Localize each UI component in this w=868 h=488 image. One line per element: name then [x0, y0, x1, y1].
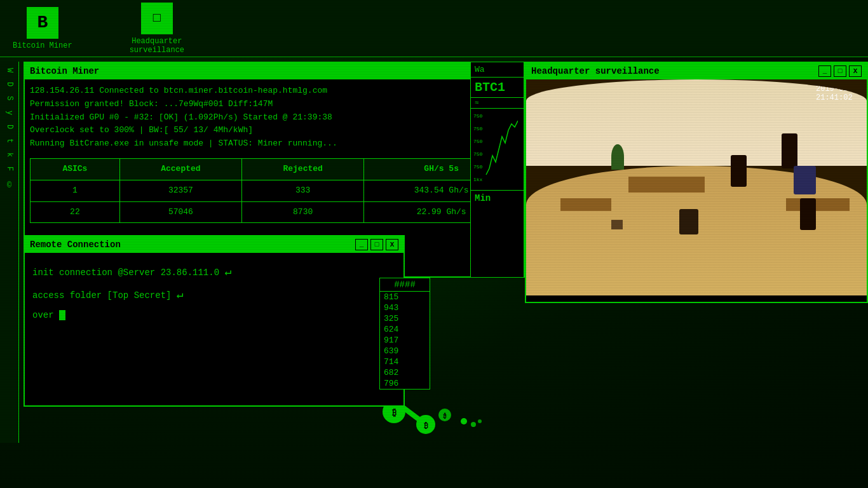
svg-text:₿: ₿ [424, 422, 428, 431]
btc-chart: 750 750 750 750 750 1kx [471, 109, 524, 190]
left-sidebar: W D S y D t k F © [0, 62, 19, 443]
hq-surveillance-title-bar: Headquarter surveillance _ □ X [526, 63, 867, 79]
timestamp-time: 21:41:02 [816, 93, 862, 102]
remote-close[interactable]: X [386, 239, 398, 250]
remote-connection-window: Remote Connection _ □ X init connection … [24, 235, 405, 407]
remote-minimize[interactable]: _ [355, 239, 368, 250]
pw-item-1: 815 [380, 292, 430, 302]
miner-col-asics: ASICs [31, 158, 120, 180]
pw-item-8: 682 [380, 367, 430, 378]
terminal-cursor [59, 310, 65, 320]
sidebar-icon-1[interactable]: W [5, 68, 14, 72]
remote-line-2: access folder [Top Secret] ↵ [32, 283, 396, 306]
miner-content: 128.154.26.11 Connected to btcn.miner.bi… [25, 79, 524, 228]
hq-minimize[interactable]: _ [818, 65, 831, 77]
miner-log-line-1: 128.154.26.11 Connected to btcn.miner.bi… [30, 85, 519, 98]
hq-surveillance-icon: □ [141, 3, 173, 34]
pw-item-3: 325 [380, 313, 430, 324]
remote-connection-title-bar: Remote Connection _ □ X [25, 236, 403, 253]
btc-approx: ≈ [471, 98, 524, 109]
desk-2 [560, 198, 611, 211]
taskbar: B Bitcoin Miner □ Headquarter surveillan… [0, 0, 868, 57]
svg-point-17 [471, 422, 476, 427]
plant-pot [611, 220, 623, 229]
btc-panel: Wa BTC1 ≈ 750 750 750 750 750 1kx Min [470, 62, 524, 278]
btc-wa-label: Wa [471, 62, 524, 78]
remote-line-3: over [32, 306, 396, 324]
row2-accepted: 57046 [119, 201, 241, 223]
btc-value: BTC1 [471, 78, 524, 98]
taskbar-bitcoin-miner[interactable]: B Bitcoin Miner [13, 7, 72, 50]
svg-text:1kx: 1kx [473, 177, 483, 182]
table-row: 1 32357 333 343.54 Gh/s [31, 180, 519, 201]
sidebar-icon-6[interactable]: t [5, 139, 14, 143]
desk-1 [628, 177, 705, 193]
sidebar-icon-5[interactable]: D [5, 125, 14, 129]
miner-log-line-2: Permission granted! Block: ...7e9Wq#001 … [30, 98, 519, 111]
taskbar-hq-surveillance[interactable]: □ Headquarter surveillance [130, 3, 184, 55]
pw-header: #### [380, 278, 430, 292]
row2-asics: 22 [31, 201, 120, 223]
sidebar-icon-3[interactable]: S [5, 96, 14, 100]
hq-surveillance-label: Headquarter surveillance [130, 37, 184, 55]
remote-line-1: init connection @Server 23.86.111.0 ↵ [32, 261, 396, 283]
svg-text:750: 750 [473, 113, 483, 119]
figure-2 [782, 133, 797, 168]
sidebar-icon-8[interactable]: F [5, 166, 14, 171]
remote-connection-controls: _ □ X [355, 239, 398, 250]
sidebar-icon-2[interactable]: D [5, 82, 14, 86]
figure-3 [800, 198, 816, 230]
bitcoin-miner-label: Bitcoin Miner [13, 41, 72, 50]
plant [611, 144, 624, 170]
row2-rejected: 8730 [242, 201, 364, 223]
camera-timestamp: 2019-01-16 21:41:02 [816, 85, 862, 102]
svg-text:750: 750 [473, 126, 483, 132]
sidebar-icon-7[interactable]: k [5, 152, 14, 157]
svg-text:750: 750 [473, 139, 483, 144]
chair [794, 166, 816, 194]
figure-1 [731, 155, 747, 187]
bitcoin-miner-icon: B [27, 7, 58, 39]
hq-close[interactable]: X [849, 65, 862, 77]
svg-point-18 [478, 419, 482, 423]
figure-lying [679, 209, 698, 234]
sidebar-icon-4[interactable]: y [5, 111, 14, 115]
svg-text:750: 750 [473, 151, 483, 157]
pw-item-9: 796 [380, 378, 430, 389]
miner-log-line-5: Running BitCrane.exe in unsafe mode | ST… [30, 137, 519, 151]
svg-text:₿: ₿ [392, 408, 397, 418]
row1-asics: 1 [31, 180, 120, 201]
pw-item-5: 917 [380, 335, 430, 346]
remote-connection-title: Remote Connection [30, 240, 121, 250]
hq-surveillance-controls: _ □ X [818, 65, 862, 77]
miner-table: ASICs Accepted Rejected GH/s 5s 1 32357 … [30, 158, 519, 223]
enter-icon-2: ↵ [177, 288, 184, 301]
miner-col-rejected: Rejected [242, 158, 364, 180]
bitcoin-miner-title-bar: Bitcoin Miner _ □ X [25, 63, 524, 79]
password-panel: #### 815 943 325 624 917 639 714 682 796 [379, 278, 430, 390]
pw-item-4: 624 [380, 324, 430, 335]
desk-3 [786, 198, 850, 211]
sidebar-icon-9[interactable]: © [5, 181, 14, 190]
hq-maximize[interactable]: □ [834, 65, 846, 77]
remote-content: init connection @Server 23.86.111.0 ↵ ac… [25, 253, 403, 332]
row1-rejected: 333 [242, 180, 364, 201]
svg-point-16 [461, 418, 467, 424]
miner-log: 128.154.26.11 Connected to btcn.miner.bi… [30, 85, 519, 151]
pw-item-6: 639 [380, 346, 430, 356]
remote-maximize[interactable]: □ [370, 239, 383, 250]
timestamp-date: 2019-01-16 [816, 85, 862, 93]
min-label: Min [471, 190, 524, 206]
pw-item-7: 714 [380, 356, 430, 367]
hq-surveillance-window: Headquarter surveillance _ □ X [525, 62, 868, 303]
enter-icon-1: ↵ [224, 266, 231, 278]
table-row: 22 57046 8730 22.99 Gh/s [31, 201, 519, 223]
hq-surveillance-title: Headquarter surveillance [531, 66, 660, 76]
pw-item-2: 943 [380, 302, 430, 313]
svg-text:750: 750 [473, 164, 483, 170]
row1-accepted: 32357 [119, 180, 241, 201]
miner-log-line-4: Overclock set to 300% | BW:[ 55/ 13/ 4Mh… [30, 124, 519, 137]
bitcoin-miner-title: Bitcoin Miner [30, 66, 99, 76]
miner-col-accepted: Accepted [119, 158, 241, 180]
hq-camera-feed: 2019-01-16 21:41:02 [526, 79, 867, 295]
